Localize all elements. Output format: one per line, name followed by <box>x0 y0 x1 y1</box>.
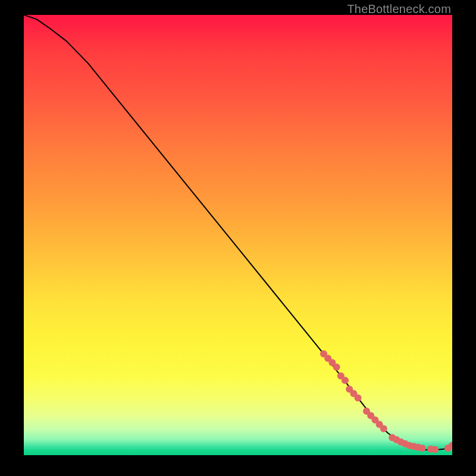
watermark-text: TheBottleneck.com <box>347 2 451 16</box>
highlight-point <box>419 444 426 452</box>
plot-area <box>24 15 452 455</box>
highlight-point <box>380 425 387 433</box>
highlight-point <box>333 364 340 371</box>
curve-line <box>24 15 452 450</box>
highlight-point <box>355 394 362 402</box>
highlight-point <box>342 377 349 384</box>
chart-overlay <box>24 15 452 455</box>
highlight-point <box>431 446 439 453</box>
chart-frame: TheBottleneck.com <box>0 0 476 476</box>
